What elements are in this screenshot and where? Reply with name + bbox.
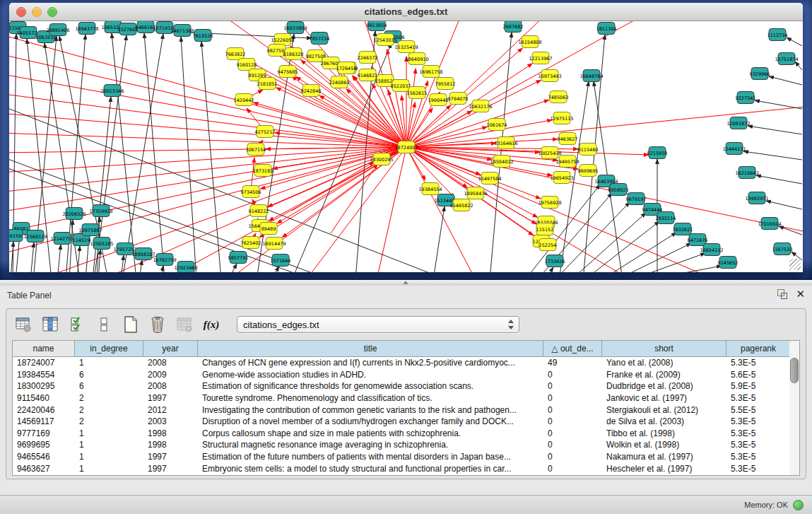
- graph-node[interactable]: 1990448: [428, 94, 449, 106]
- graph-node[interactable]: 7857224: [310, 33, 330, 45]
- table-row[interactable]: 1830029562008Estimation of significance …: [13, 380, 791, 392]
- graph-node[interactable]: 12975115: [550, 112, 573, 124]
- graph-node[interactable]: 9475685: [278, 66, 298, 78]
- graph-node[interactable]: 15325419: [394, 41, 418, 53]
- graph-node[interactable]: 9160128: [237, 59, 257, 71]
- graph-node[interactable]: 15751874: [775, 53, 798, 65]
- graph-node[interactable]: 2240863: [329, 76, 350, 88]
- graph-node[interactable]: 20891406: [46, 24, 69, 36]
- graph-node[interactable]: 17016504: [758, 218, 781, 230]
- graph-node[interactable]: 10654112: [700, 244, 723, 256]
- graph-node[interactable]: 1571644: [271, 255, 291, 267]
- column-header-out_de[interactable]: △ out_de...: [543, 341, 602, 356]
- graph-node[interactable]: 2246372: [358, 52, 378, 64]
- network-graph-canvas[interactable]: 2156541405572420635192089140618943778106…: [9, 21, 803, 272]
- graph-node[interactable]: 7485063: [548, 91, 569, 103]
- graph-node[interactable]: 18300295: [370, 153, 393, 165]
- table-row[interactable]: 946362711997Embryonic stem cells: a mode…: [13, 462, 791, 474]
- graph-node[interactable]: 13164616: [494, 137, 517, 149]
- graph-node[interactable]: 15495822: [449, 199, 473, 211]
- table-row[interactable]: 2242004622012Investigating the contribut…: [13, 404, 791, 416]
- graph-node[interactable]: 7663822: [225, 48, 246, 60]
- graph-node[interactable]: 1562615: [407, 87, 428, 99]
- graph-node[interactable]: 16210643: [735, 167, 758, 179]
- graph-node[interactable]: 10958107: [131, 248, 155, 260]
- graph-node[interactable]: 8813054: [367, 21, 387, 31]
- network-window[interactable]: citations_edges.txt 21565414055724206351…: [9, 3, 803, 272]
- table-row[interactable]: 911546021997Tourette syndrome. Phenomeno…: [13, 392, 791, 404]
- graph-node[interactable]: 9794078: [448, 93, 469, 105]
- graph-node[interactable]: 3067154: [246, 144, 266, 156]
- graph-node[interactable]: 7632621: [673, 223, 693, 235]
- graph-node[interactable]: 18724007: [394, 141, 418, 153]
- column-header-year[interactable]: year: [143, 341, 198, 356]
- float-panel-icon[interactable]: [777, 289, 787, 299]
- graph-node[interactable]: 19495758: [555, 156, 579, 168]
- graph-node[interactable]: 20015346: [100, 85, 124, 97]
- table-row[interactable]: 969969511998Structural magnetic resonanc…: [13, 439, 791, 451]
- delete-button[interactable]: [148, 315, 167, 334]
- graph-node[interactable]: 1733426: [545, 255, 565, 267]
- graph-node[interactable]: 9245652: [718, 257, 739, 269]
- memory-status-indicator[interactable]: [793, 500, 804, 510]
- graph-node[interactable]: 15497584: [478, 173, 501, 185]
- graph-node[interactable]: 18943778: [75, 23, 98, 35]
- close-window-button[interactable]: [16, 7, 26, 17]
- graph-node[interactable]: 16033809: [283, 22, 307, 34]
- table-row[interactable]: 1938455462009Genome-wide association stu…: [13, 369, 791, 381]
- window-titlebar[interactable]: citations_edges.txt: [9, 3, 803, 21]
- table-row[interactable]: 977716911998Corpus callosum shape and si…: [13, 428, 791, 440]
- citation-network-graph[interactable]: 2156541405572420635192089140618943778106…: [9, 21, 803, 272]
- graph-node[interactable]: 7615526: [193, 30, 213, 42]
- column-header-pagerank[interactable]: pagerank: [726, 341, 791, 356]
- graph-node[interactable]: 10632176: [469, 100, 492, 112]
- graph-node[interactable]: 12093872: [726, 117, 750, 129]
- table-row[interactable]: 1872400712008Changes of HCN gene express…: [13, 357, 791, 369]
- graph-node[interactable]: 9734506: [241, 186, 261, 198]
- graph-node[interactable]: 1112734: [767, 29, 788, 41]
- graph-node[interactable]: 16782759: [153, 254, 176, 266]
- graph-node[interactable]: 12142757: [50, 233, 73, 245]
- column-header-title[interactable]: title: [198, 341, 543, 356]
- graph-node[interactable]: 16154808: [518, 36, 541, 48]
- close-panel-icon[interactable]: ✕: [796, 289, 805, 299]
- graph-node[interactable]: 20206526: [62, 208, 86, 220]
- graph-node[interactable]: 10975887: [78, 224, 102, 236]
- zoom-window-button[interactable]: [47, 7, 57, 17]
- delete-table-button[interactable]: [175, 315, 194, 334]
- graph-node[interactable]: 9463627: [558, 133, 578, 145]
- graph-node[interactable]: 9227341: [736, 92, 756, 104]
- graph-node[interactable]: 8958923: [608, 184, 629, 196]
- function-builder-button[interactable]: f(x): [201, 315, 221, 334]
- show-column-button[interactable]: [40, 315, 60, 334]
- graph-node[interactable]: 15226058: [271, 34, 294, 46]
- graph-node[interactable]: 1061674: [487, 119, 507, 131]
- graph-node[interactable]: 8186328: [283, 48, 304, 60]
- graph-node[interactable]: 16914479: [262, 238, 286, 250]
- graph-node[interactable]: 2935114: [656, 212, 676, 224]
- graph-node[interactable]: 16961758: [419, 66, 442, 78]
- table-settings-button[interactable]: [13, 315, 33, 334]
- column-header-name[interactable]: name: [13, 341, 75, 356]
- graph-node[interactable]: 18504012: [490, 156, 513, 168]
- minimize-window-button[interactable]: [32, 7, 42, 17]
- graph-node[interactable]: 89489: [260, 223, 277, 235]
- graph-node[interactable]: 39159: [9, 230, 23, 242]
- column-header-in_degree[interactable]: in_degree: [75, 341, 143, 356]
- graph-node[interactable]: 19756928: [538, 197, 561, 209]
- graph-node[interactable]: 13992971: [745, 192, 768, 204]
- graph-node[interactable]: 9148222: [249, 205, 269, 217]
- graph-node[interactable]: 12505185: [90, 238, 113, 250]
- column-header-short[interactable]: short: [602, 341, 726, 356]
- table-source-dropdown[interactable]: citations_edges.txt: [237, 316, 519, 333]
- unselect-all-button[interactable]: [94, 315, 114, 334]
- window-resize-grip[interactable]: [789, 259, 801, 270]
- graph-node[interactable]: 10973493: [538, 70, 561, 82]
- graph-node[interactable]: 12213967: [529, 52, 552, 64]
- table-row[interactable]: 946554611997Estimation of the future num…: [13, 451, 791, 463]
- graph-node[interactable]: 9115460: [578, 144, 599, 156]
- graph-node[interactable]: 1811304: [596, 23, 617, 35]
- graph-node[interactable]: 17359928: [89, 205, 112, 217]
- graph-node[interactable]: 9857791: [228, 252, 249, 264]
- graph-node[interactable]: 9242848: [301, 85, 322, 97]
